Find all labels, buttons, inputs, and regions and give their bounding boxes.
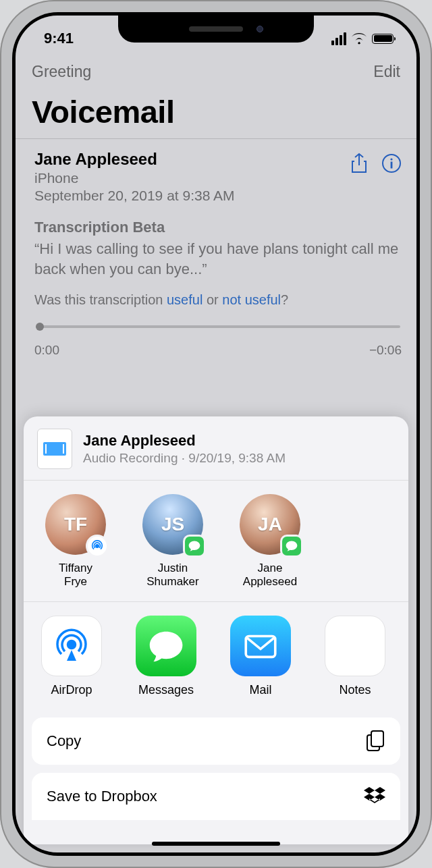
action-save-dropbox[interactable]: Save to Dropbox <box>32 773 400 820</box>
action-label: Save to Dropbox <box>47 788 157 805</box>
action-copy[interactable]: Copy <box>32 717 400 765</box>
messages-badge-icon <box>280 535 303 558</box>
info-icon[interactable] <box>381 153 402 174</box>
feedback-not-useful-link[interactable]: not useful <box>222 292 281 307</box>
voicemail-date: September 20, 2019 at 9:38 AM <box>34 188 235 204</box>
playback-elapsed: 0:00 <box>34 343 59 358</box>
svg-rect-7 <box>371 731 383 747</box>
battery-icon <box>372 34 394 44</box>
share-item-title: Jane Appleseed <box>83 432 286 450</box>
messages-icon <box>136 616 196 676</box>
cellular-icon <box>331 32 346 45</box>
voicemail-caller-name: Jane Appleseed <box>34 150 235 169</box>
share-contact-jane[interactable]: JA Jane Appleseed <box>233 494 307 589</box>
transcription-feedback: Was this transcription useful or not use… <box>34 292 402 308</box>
share-app-airdrop[interactable]: AirDrop <box>38 616 105 697</box>
home-indicator[interactable] <box>152 842 280 846</box>
audio-file-icon <box>37 429 72 469</box>
device-notch <box>118 16 314 43</box>
playback-scrubber[interactable] <box>36 325 400 328</box>
copy-icon <box>365 730 385 753</box>
transcription-body: “Hi I was calling to see if you have pla… <box>34 239 402 279</box>
svg-point-1 <box>390 158 392 160</box>
share-item-subtitle: Audio Recording · 9/20/19, 9:38 AM <box>83 451 286 466</box>
voicemail-item: Jane Appleseed iPhone September 20, 2019… <box>16 139 416 364</box>
dropbox-icon <box>364 787 385 806</box>
svg-rect-2 <box>391 162 393 169</box>
voicemail-device: iPhone <box>34 170 235 186</box>
share-sheet: Jane Appleseed Audio Recording · 9/20/19… <box>24 416 408 844</box>
nav-greeting-button[interactable]: Greeting <box>32 63 91 81</box>
mail-icon <box>230 616 291 676</box>
playback-remaining: −0:06 <box>369 343 402 358</box>
svg-point-3 <box>96 545 99 547</box>
page-title: Voicemail <box>16 81 416 138</box>
share-contacts-row: TF Tiffany Frye JS <box>24 481 408 601</box>
share-app-notes[interactable]: Notes <box>322 616 388 697</box>
iphone-frame: 9:41 Greeting Edit Voicemail Jane Apples… <box>0 0 432 868</box>
action-label: Copy <box>47 732 81 750</box>
share-apps-row: AirDrop Messages Mail <box>24 602 408 709</box>
share-app-messages[interactable]: Messages <box>133 616 199 697</box>
share-contact-justin[interactable]: JS Justin Shumaker <box>136 494 210 589</box>
notes-icon <box>325 616 385 676</box>
airdrop-icon <box>41 616 102 676</box>
wifi-icon <box>351 32 367 45</box>
feedback-useful-link[interactable]: useful <box>167 292 202 307</box>
transcription-heading: Transcription Beta <box>34 219 402 236</box>
share-contact-tiffany[interactable]: TF Tiffany Frye <box>38 494 113 589</box>
status-time: 9:41 <box>44 30 74 47</box>
share-icon[interactable] <box>349 153 369 174</box>
airdrop-badge-icon <box>86 535 109 558</box>
svg-point-4 <box>68 641 76 648</box>
nav-edit-button[interactable]: Edit <box>373 63 400 81</box>
share-app-mail[interactable]: Mail <box>227 616 294 697</box>
messages-badge-icon <box>183 535 206 558</box>
